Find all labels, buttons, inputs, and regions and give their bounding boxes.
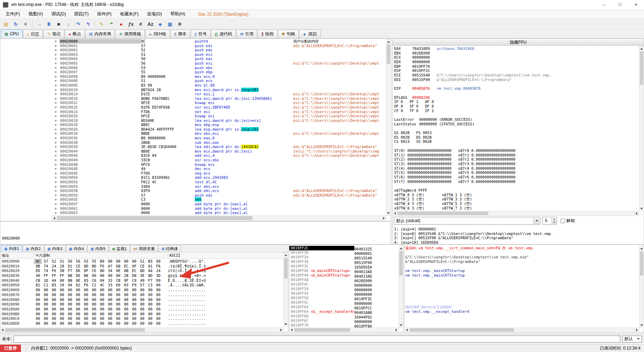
scroll-up-icon[interactable] [399, 246, 403, 250]
pause-button[interactable]: Ⅱ [44, 20, 53, 28]
hex-byte[interactable]: 00 [34, 307, 42, 312]
hex-byte[interactable]: 00 [138, 321, 146, 326]
hex-byte[interactable]: 00 [50, 312, 58, 317]
register-line[interactable]: ST(6) 00000000000000000000 x87r6 0.00000… [394, 175, 638, 179]
hex-byte[interactable]: 00 [58, 298, 66, 302]
breakpoint-dot[interactable] [52, 184, 59, 189]
argument-line[interactable]: 3: [esp+C] 00515F00 &"ALLUSERSPROFILE=C:… [394, 236, 553, 240]
breakpoint-dot[interactable] [52, 39, 59, 44]
hex-byte[interactable]: 00 [98, 307, 106, 312]
register-line[interactable]: EAX76A310E0ucrtbase.76A310E0 [394, 46, 638, 51]
comments-horizontal-scrollbar[interactable] [404, 328, 639, 332]
disasm-row[interactable]: 0002000556push esiesi:&"C:\\Users\\sangf… [52, 61, 386, 66]
hex-byte[interactable]: 00 [130, 259, 138, 264]
stack-comment[interactable] [405, 323, 638, 328]
hex-byte[interactable]: F7 [66, 269, 74, 273]
hex-byte[interactable]: 00 [154, 293, 162, 298]
hex-byte[interactable]: 00 [66, 321, 74, 326]
hex-byte[interactable]: D9 [114, 283, 122, 288]
stack-row[interactable]: 0019FF40 <&_mainCRTStartup>004013AD [289, 269, 398, 273]
dump-horizontal-scrollbar[interactable] [0, 328, 283, 332]
hex-byte[interactable]: 00 [42, 312, 50, 317]
dump-row[interactable]: 000200A000000000000000000000000000000000… [0, 307, 283, 312]
hex-byte[interactable]: 00 [58, 302, 66, 307]
hex-byte[interactable]: 00 [114, 288, 122, 293]
hex-byte[interactable]: 00 [58, 312, 66, 317]
hex-byte[interactable]: 00 [98, 293, 106, 298]
hex-byte[interactable]: 00 [82, 293, 90, 298]
breakpoint-dot[interactable] [52, 158, 59, 162]
disasm-row[interactable]: 0002000157push ediedi:&"ALLUSERSPROFILE=… [52, 44, 386, 48]
scroll-right-icon[interactable] [394, 328, 398, 332]
menu-item-3[interactable]: 跟踪(T) [70, 10, 93, 19]
hex-byte[interactable]: C6 [90, 278, 98, 283]
register-line[interactable]: x87TW_2 3 (空) x87TW_3 3 (空) [394, 197, 638, 201]
hex-byte[interactable]: 0F [122, 278, 130, 283]
hex-byte[interactable]: 00 [66, 288, 74, 293]
register-line[interactable]: EBX0026E000 [394, 51, 638, 56]
disasm-row[interactable]: 00020008B9 00000000mov ecx,0 [52, 74, 386, 79]
hex-byte[interactable]: 00 [146, 312, 154, 317]
hex-byte[interactable]: 00 [82, 288, 90, 293]
hex-byte[interactable]: 83 [82, 278, 90, 283]
dump-row[interactable]: 000200C000000000000000000000000000000000… [0, 316, 283, 321]
comment-button[interactable]: ❝ [107, 20, 116, 28]
stack-row[interactable]: 0019FF5C00000000 [289, 300, 398, 305]
disasm-row[interactable]: 000200288D340Elea esi,dword ptr ds:[esi+… [52, 118, 386, 123]
stack-row[interactable]: 0019FF700019FF80 [289, 323, 398, 328]
hex-byte[interactable]: 0F [130, 264, 138, 269]
maximize-button[interactable]: ☐ [612, 0, 628, 10]
argument-line[interactable]: 2: [esp+8] 00515540 &"C:\\Users\\sangfor… [394, 232, 553, 236]
hex-byte[interactable]: C2 [90, 283, 98, 288]
scroll-left-icon[interactable] [289, 328, 294, 332]
hex-byte[interactable]: 00 [34, 321, 42, 326]
stack-row[interactable]: 0019FF6816044FD2 [289, 314, 398, 318]
hex-byte[interactable]: 00 [34, 302, 42, 307]
hex-byte[interactable]: CB [34, 278, 42, 283]
hex-byte[interactable]: 00 [74, 302, 82, 307]
open-file-button[interactable]: ▤ [1, 20, 10, 28]
disasm-row[interactable]: 0002004933CBxor ecx,ebx [52, 158, 386, 162]
scroll-left-icon[interactable] [405, 328, 409, 332]
scroll-down-icon[interactable] [399, 323, 403, 327]
disasm-row[interactable]: 0002005B03F9add edi,ecxedi:&"ALLUSERSPRO… [52, 189, 386, 193]
hex-byte[interactable]: 00 [42, 307, 50, 312]
hex-byte[interactable]: FF [58, 273, 66, 278]
register-line[interactable]: ST(7) 00000000000000000000 x87r7 0.00000… [394, 179, 638, 184]
hex-byte[interactable]: 0E [114, 269, 122, 273]
disasm-row[interactable]: 0002001C0FCEbswap esiesi:&"C:\\Users\\sa… [52, 101, 386, 105]
disasm-row[interactable]: 0002005081C1 83109402add ecx,2941083 [52, 175, 386, 180]
dump-row[interactable]: 0002005081C183109402F6C24C33D903F957C300… [0, 283, 283, 288]
hex-byte[interactable]: 00 [146, 298, 154, 302]
register-line[interactable]: ST(3) 00000000000000000000 x87r3 0.00000… [394, 162, 638, 166]
stack-comment[interactable] [405, 300, 638, 305]
stack-row[interactable]: 0019FF3000000001 [289, 250, 398, 255]
hex-byte[interactable]: 8B [122, 269, 130, 273]
hex-byte[interactable]: 00 [90, 293, 98, 298]
args-count-spinner[interactable]: 5 [542, 217, 557, 225]
hex-byte[interactable]: 8D [138, 269, 146, 273]
scroll-down-icon[interactable] [284, 322, 288, 326]
breakpoint-dot[interactable] [52, 61, 59, 66]
breakpoint-dot[interactable] [52, 145, 59, 149]
memory-map-button[interactable]: ▦ [165, 20, 175, 28]
hex-byte[interactable]: 00 [50, 321, 58, 326]
scroll-up-icon[interactable] [284, 253, 288, 257]
hex-byte[interactable]: CE [74, 264, 82, 269]
disasm-row[interactable]: 0002000252push edx [52, 48, 386, 52]
breakpoint-dot[interactable] [52, 66, 59, 70]
hex-byte[interactable]: 99 [154, 259, 162, 264]
stack-comment[interactable]: &"ALLUSERSPROFILE=C:\\ProgramData" [405, 259, 638, 264]
tab-memory-1[interactable]: ▦内存1 [1, 245, 22, 252]
hex-byte[interactable]: 34 [106, 269, 114, 273]
hex-byte[interactable]: 00 [154, 288, 162, 293]
hex-byte[interactable]: 00 [106, 321, 114, 326]
scroll-right-icon[interactable] [635, 328, 639, 332]
disasm-row[interactable]: 000200260FCEbswap esiesi:&"C:\\Users\\sa… [52, 114, 386, 118]
hex-byte[interactable]: 00 [34, 288, 42, 293]
registers-vertical-scrollbar[interactable] [639, 46, 644, 211]
menu-item-1[interactable]: 视图(V) [24, 10, 47, 19]
hex-byte[interactable]: 00 [114, 298, 122, 302]
chevron-down-icon[interactable] [533, 218, 540, 224]
hex-byte[interactable]: 00 [66, 312, 74, 317]
